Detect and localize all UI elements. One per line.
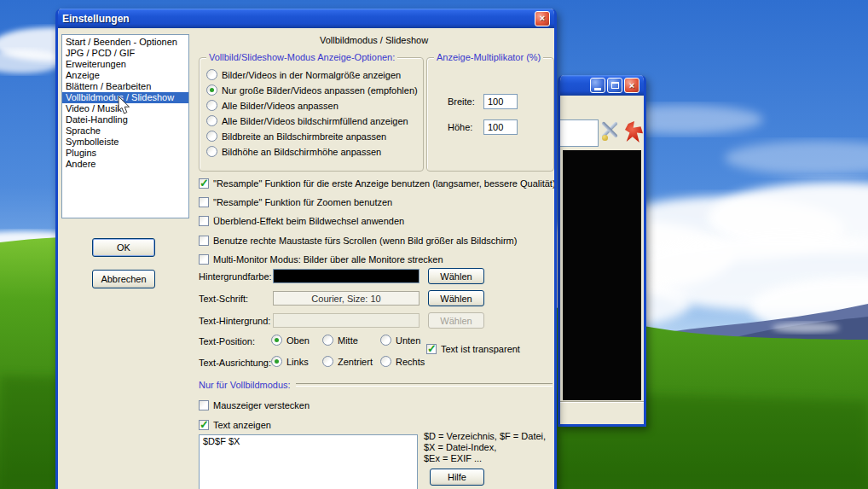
checkbox-icon[interactable]	[199, 178, 209, 189]
checkbox-icon[interactable]	[199, 236, 209, 246]
checkbox-text-transparent[interactable]: Text ist transparent	[426, 344, 520, 354]
dialog-titlebar[interactable]: Einstellungen ×	[58, 9, 554, 28]
sidebar-item-andere[interactable]: Andere	[62, 159, 188, 170]
checkbox-icon[interactable]	[199, 420, 209, 430]
viewer-status-bar	[560, 402, 644, 423]
checkbox-right-mouse-scroll[interactable]: Benutze rechte Maustaste fürs Scrollen (…	[199, 236, 517, 246]
radio-icon[interactable]	[271, 335, 282, 346]
text-background-value	[273, 313, 420, 328]
multiplier-group-label: Anzeige-Multiplikator (%)	[434, 52, 543, 62]
checkbox-crossfade[interactable]: Überblend-Effekt beim Bildwechsel anwend…	[199, 216, 404, 226]
sidebar-item-blaettern[interactable]: Blättern / Bearbeiten	[62, 81, 188, 92]
sidebar-item-sprache[interactable]: Sprache	[62, 125, 188, 137]
hint-line: $Ex = EXIF ...	[424, 453, 546, 464]
placeholder-hints: $D = Verzeichnis, $F = Datei, $X = Datei…	[424, 431, 546, 464]
hint-line: $D = Verzeichnis, $F = Datei,	[424, 431, 546, 442]
maximize-icon	[611, 82, 619, 89]
settings-dialog[interactable]: Einstellungen × Start / Beenden - Option…	[55, 9, 557, 489]
viewer-window[interactable]: ×	[558, 75, 646, 427]
red-figure-icon[interactable]	[625, 121, 643, 143]
close-icon: ×	[629, 81, 634, 90]
checkbox-icon[interactable]	[426, 344, 437, 354]
dialog-title: Einstellungen	[62, 13, 130, 25]
choose-background-color-button[interactable]: Wählen	[428, 268, 484, 284]
display-options-group-label: Vollbild/Slideshow-Modus Anzeige-Optione…	[206, 52, 397, 62]
radio-icon[interactable]	[322, 356, 333, 367]
viewer-toolbar-input[interactable]	[558, 119, 599, 147]
display-options-group: Vollbild/Slideshow-Modus Anzeige-Optione…	[199, 57, 424, 172]
height-input[interactable]	[483, 119, 518, 135]
radio-icon[interactable]	[206, 84, 217, 96]
multiplier-group: Anzeige-Multiplikator (%) Breite: Höhe:	[426, 57, 554, 172]
radio-align-zentriert[interactable]: Zentriert	[322, 356, 373, 367]
checkbox-icon[interactable]	[199, 400, 209, 410]
text-font-value: Courier, Size: 10	[273, 291, 420, 306]
radio-icon[interactable]	[206, 146, 217, 157]
background-color-label: Hintergrundfarbe:	[199, 271, 272, 282]
radio-icon[interactable]	[271, 356, 282, 367]
checkbox-resample-first[interactable]: "Resample" Funktion für die erste Anzeig…	[199, 178, 556, 189]
text-alignment-label: Text-Ausrichtung:	[199, 358, 271, 368]
radio-icon[interactable]	[206, 69, 217, 80]
radio-icon[interactable]	[322, 335, 333, 346]
radio-fullscreen-stretch[interactable]: Alle Bilder/Videos bildschirmfüllend anz…	[206, 115, 408, 126]
panel-header: Vollbildmodus / Slideshow	[194, 35, 553, 45]
radio-position-unten[interactable]: Unten	[380, 335, 420, 346]
settings-category-list[interactable]: Start / Beenden - Optionen JPG / PCD / G…	[61, 34, 189, 218]
viewer-titlebar[interactable]: ×	[560, 75, 644, 96]
radio-icon[interactable]	[206, 115, 217, 126]
text-font-label: Text-Schrift:	[199, 294, 248, 304]
sidebar-item-erweiterungen[interactable]: Erweiterungen	[62, 59, 188, 70]
radio-icon[interactable]	[380, 356, 391, 367]
radio-fit-all[interactable]: Alle Bilder/Videos anpassen	[206, 100, 339, 111]
background-color-swatch[interactable]	[273, 269, 420, 283]
checkbox-icon[interactable]	[199, 216, 209, 226]
cancel-button[interactable]: Abbrechen	[92, 270, 155, 288]
help-button[interactable]: Hilfe	[430, 469, 484, 486]
radio-icon[interactable]	[380, 335, 391, 346]
close-button[interactable]: ×	[535, 11, 550, 26]
text-position-label: Text-Position:	[199, 336, 255, 346]
radio-fit-height[interactable]: Bildhöhe an Bildschirmhöhe anpassen	[206, 146, 381, 157]
radio-align-rechts[interactable]: Rechts	[380, 356, 425, 367]
radio-position-oben[interactable]: Oben	[271, 335, 310, 346]
choose-text-font-button[interactable]: Wählen	[428, 290, 484, 306]
checkbox-hide-cursor[interactable]: Mauszeiger verstecken	[199, 400, 310, 410]
sidebar-item-symbolleiste[interactable]: Symbolleiste	[62, 137, 188, 148]
radio-fit-large-only[interactable]: Nur große Bilder/Videos anpassen (empfoh…	[206, 84, 418, 96]
section-divider	[296, 383, 553, 387]
checkbox-multi-monitor[interactable]: Multi-Monitor Modus: Bilder über alle Mo…	[199, 254, 443, 265]
overlay-text-input[interactable]: $D$F $X	[199, 434, 418, 489]
close-button[interactable]: ×	[624, 78, 639, 93]
checkbox-show-text[interactable]: Text anzeigen	[199, 420, 271, 430]
radio-icon[interactable]	[206, 131, 217, 142]
sidebar-item-anzeige[interactable]: Anzeige	[62, 70, 188, 81]
minimize-icon	[594, 88, 601, 90]
ok-button[interactable]: OK	[92, 238, 155, 257]
width-input[interactable]	[483, 94, 518, 109]
mouse-cursor	[118, 96, 131, 116]
radio-normal-size[interactable]: Bilder/Videos in der Normalgröße anzeige…	[206, 69, 401, 80]
choose-text-background-button: Wählen	[428, 312, 484, 329]
sidebar-item-start-beenden[interactable]: Start / Beenden - Optionen	[62, 37, 188, 48]
radio-position-mitte[interactable]: Mitte	[322, 335, 358, 346]
sidebar-item-plugins[interactable]: Plugins	[62, 148, 188, 159]
radio-fit-width[interactable]: Bildbreite an Bildschirmbreite anpassen	[206, 131, 386, 142]
width-label: Breite:	[448, 96, 475, 107]
fullscreen-section-header: Nur für Vollbildmodus:	[199, 380, 553, 390]
checkbox-icon[interactable]	[199, 254, 209, 265]
radio-icon[interactable]	[206, 100, 217, 111]
maximize-button[interactable]	[607, 78, 622, 93]
sidebar-item-jpg-pcd-gif[interactable]: JPG / PCD / GIF	[62, 48, 188, 59]
radio-align-links[interactable]: Links	[271, 356, 309, 367]
close-icon: ×	[540, 14, 545, 23]
minimize-button[interactable]	[590, 78, 605, 93]
height-label: Höhe:	[448, 122, 472, 132]
hint-line: $X = Datei-Index,	[424, 442, 546, 453]
checkbox-icon[interactable]	[199, 197, 209, 207]
fullscreen-section-label: Nur für Vollbildmodus:	[199, 380, 291, 390]
viewer-image-area	[563, 150, 641, 400]
tools-icon[interactable]	[599, 118, 622, 145]
checkbox-resample-zoom[interactable]: "Resample" Funktion für Zoomen benutzen	[199, 197, 392, 207]
text-background-label: Text-Hintergrund:	[199, 316, 270, 326]
